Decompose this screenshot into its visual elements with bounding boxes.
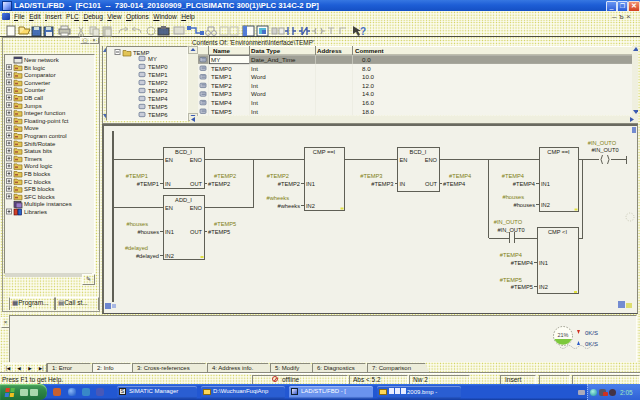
svg-text:IN1: IN1 (306, 181, 315, 187)
svg-text:Counter: Counter (24, 87, 45, 93)
svg-text:Data Type: Data Type (251, 47, 281, 54)
svg-text:#TEMP4: #TEMP4 (511, 260, 533, 266)
svg-text:EN: EN (165, 205, 173, 211)
svg-text:16.0: 16.0 (362, 99, 375, 106)
svg-text:TEMP5: TEMP5 (148, 104, 168, 110)
svg-text:SFC blocks: SFC blocks (24, 194, 55, 200)
svg-text:#TEMP2: #TEMP2 (208, 181, 230, 187)
svg-text:IN1: IN1 (539, 260, 548, 266)
svg-text:Name: Name (213, 47, 230, 54)
svg-text:TEMP1: TEMP1 (211, 73, 232, 80)
svg-text:EN: EN (165, 157, 173, 163)
svg-text:OUT: OUT (190, 229, 203, 235)
svg-text:#TEMP5: #TEMP5 (500, 277, 522, 283)
svg-text:IN2: IN2 (541, 202, 550, 208)
svg-text:14.0: 14.0 (362, 90, 375, 97)
svg-text:ENO: ENO (190, 157, 203, 163)
svg-text:SFB blocks: SFB blocks (24, 186, 54, 192)
svg-text:TEMP0: TEMP0 (211, 65, 232, 72)
svg-text:#TEMP4: #TEMP4 (449, 173, 471, 179)
svg-text:EN: EN (400, 157, 408, 163)
svg-text:TEMP2: TEMP2 (148, 80, 168, 86)
svg-text:CMP ==I: CMP ==I (313, 149, 336, 155)
svg-text:#IN_OUT0: #IN_OUT0 (591, 147, 618, 153)
svg-text:?: ? (360, 26, 366, 37)
svg-text:#wheeks: #wheeks (267, 195, 290, 201)
svg-text:#TEMP4: #TEMP4 (443, 181, 465, 187)
svg-text:FB blocks: FB blocks (24, 171, 50, 177)
svg-text:Floating-point fct: Floating-point fct (24, 118, 69, 124)
svg-text:ENO: ENO (425, 157, 438, 163)
svg-text:#delayed: #delayed (125, 245, 148, 251)
svg-text:Shift/Rotate: Shift/Rotate (24, 141, 56, 147)
svg-text:IN2: IN2 (306, 203, 315, 209)
svg-text:OUT: OUT (190, 181, 203, 187)
svg-text:#TEMP3: #TEMP3 (371, 181, 393, 187)
svg-text:FC blocks: FC blocks (24, 179, 51, 185)
svg-text:Integer function: Integer function (24, 110, 65, 116)
svg-text:#houses: #houses (513, 202, 535, 208)
svg-text:#TEMP1: #TEMP1 (126, 173, 148, 179)
svg-text:#TEMP2: #TEMP2 (214, 173, 236, 179)
svg-text:#TEMP3: #TEMP3 (360, 173, 382, 179)
svg-text:Date_And_Time: Date_And_Time (251, 56, 296, 63)
svg-text:TEMP6: TEMP6 (148, 112, 168, 118)
svg-text:#delayed: #delayed (136, 253, 159, 259)
svg-text:#TEMP5: #TEMP5 (511, 284, 533, 290)
svg-text:IN2: IN2 (539, 284, 548, 290)
svg-text:8.0: 8.0 (362, 65, 371, 72)
svg-text:New network: New network (24, 57, 60, 63)
svg-text:Comment: Comment (355, 47, 384, 54)
svg-text:#IN_OUT0: #IN_OUT0 (497, 227, 524, 233)
svg-text:BCD_I: BCD_I (175, 149, 192, 155)
svg-text:Libraries: Libraries (24, 209, 47, 215)
svg-text:MY: MY (148, 56, 157, 62)
svg-text:#houses: #houses (137, 229, 159, 235)
svg-text:Int: Int (251, 108, 258, 115)
svg-text:Int: Int (251, 65, 258, 72)
svg-text:12.0: 12.0 (362, 82, 375, 89)
svg-text:#houses: #houses (126, 221, 148, 227)
svg-text:MY: MY (211, 56, 220, 63)
svg-text:#TEMP5: #TEMP5 (208, 229, 230, 235)
svg-text:21%: 21% (557, 332, 568, 338)
svg-text:#TEMP4: #TEMP4 (502, 173, 524, 179)
svg-text:Timers: Timers (24, 156, 42, 162)
svg-text:OUT: OUT (425, 181, 438, 187)
svg-text:Program control: Program control (24, 133, 67, 139)
svg-text:0.0: 0.0 (362, 56, 371, 63)
svg-text:DB call: DB call (24, 95, 43, 101)
svg-text:TEMP5: TEMP5 (211, 108, 232, 115)
svg-text:Word: Word (251, 90, 266, 97)
svg-text:Word: Word (251, 73, 266, 80)
svg-text:TEMP4: TEMP4 (148, 96, 168, 102)
svg-text:#wheeks: #wheeks (278, 203, 301, 209)
svg-text:Bit logic: Bit logic (24, 65, 45, 71)
svg-text:#IN_OUTO: #IN_OUTO (494, 219, 523, 225)
svg-text:ADD_I: ADD_I (175, 197, 192, 203)
svg-text:#TEMP2: #TEMP2 (267, 173, 289, 179)
svg-text:TEMP2: TEMP2 (211, 82, 232, 89)
svg-text:CMP ==I: CMP ==I (547, 149, 570, 155)
svg-text:#IN_OUTO: #IN_OUTO (588, 140, 617, 146)
svg-text:#TEMP4: #TEMP4 (500, 252, 522, 258)
svg-text:Comparator: Comparator (24, 72, 56, 78)
svg-text:#TEMP1: #TEMP1 (137, 181, 159, 187)
svg-text:Converter: Converter (24, 80, 50, 86)
svg-text:TEMP0: TEMP0 (148, 64, 168, 70)
svg-text:Int: Int (251, 82, 258, 89)
svg-text:CMP <I: CMP <I (548, 229, 567, 235)
svg-text:TEMP: TEMP (133, 50, 149, 56)
svg-text:Move: Move (24, 125, 39, 131)
svg-text:IN1: IN1 (165, 229, 174, 235)
svg-text:Int: Int (251, 99, 258, 106)
svg-text:Word logic: Word logic (24, 163, 52, 169)
svg-text:IN1: IN1 (541, 181, 550, 187)
svg-text:IN: IN (165, 181, 171, 187)
svg-text:BCD_I: BCD_I (410, 149, 427, 155)
svg-text:#TEMP2: #TEMP2 (278, 181, 300, 187)
svg-text:0K/S: 0K/S (585, 341, 598, 347)
svg-text:TEMP3: TEMP3 (211, 90, 232, 97)
svg-text:TEMP1: TEMP1 (148, 72, 168, 78)
svg-text:#TEMP5: #TEMP5 (214, 221, 236, 227)
